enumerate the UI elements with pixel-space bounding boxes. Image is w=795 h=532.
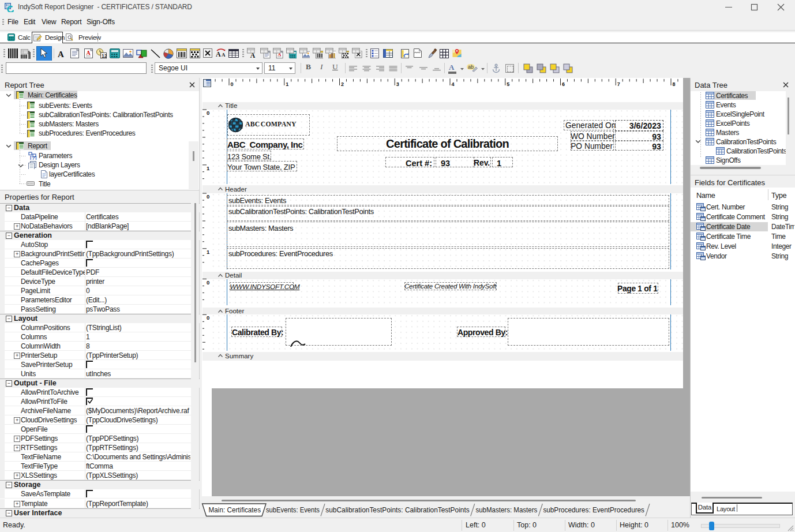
svg-text:12: 12 — [102, 53, 107, 59]
svg-text:1: 1 — [207, 249, 210, 255]
svg-text:1: 1 — [207, 165, 210, 171]
svg-text:subEvents: Events: subEvents: Events — [266, 506, 320, 514]
svg-text:subProcedures: EventProcedures: subProcedures: EventProcedures — [543, 506, 644, 514]
svg-text:0: 0 — [207, 193, 209, 200]
svg-text:4: 4 — [452, 81, 455, 87]
svg-text:5: 5 — [507, 81, 509, 87]
svg-text:3: 3 — [396, 81, 399, 87]
svg-text:2: 2 — [341, 81, 344, 87]
svg-text:Main: Certificates: Main: Certificates — [209, 506, 261, 514]
svg-text:A: A — [58, 50, 64, 59]
svg-text:0: 0 — [231, 81, 234, 87]
svg-text:1: 1 — [286, 81, 288, 87]
svg-text:[?]: [?] — [30, 155, 37, 160]
svg-text:A: A — [216, 50, 221, 58]
svg-text:0: 0 — [207, 110, 209, 116]
svg-text:7: 7 — [617, 81, 620, 87]
svg-text:subMasters: Masters: subMasters: Masters — [475, 506, 537, 514]
svg-text:6: 6 — [562, 81, 565, 87]
svg-text:0: 0 — [207, 314, 209, 321]
svg-text:subCalibrationTestPoints: Cali: subCalibrationTestPoints: CalibrationTes… — [325, 506, 469, 514]
svg-text:A: A — [222, 52, 226, 58]
svg-text:0: 0 — [207, 279, 209, 286]
svg-text:A: A — [87, 50, 91, 56]
svg-text:8: 8 — [673, 81, 676, 87]
